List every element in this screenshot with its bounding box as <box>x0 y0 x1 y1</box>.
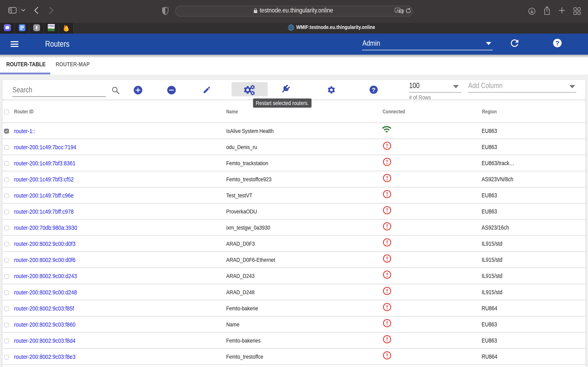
svg-text:USDA: USDA <box>48 25 54 27</box>
svg-text:A: A <box>397 8 399 12</box>
svg-text:文: 文 <box>399 9 403 13</box>
